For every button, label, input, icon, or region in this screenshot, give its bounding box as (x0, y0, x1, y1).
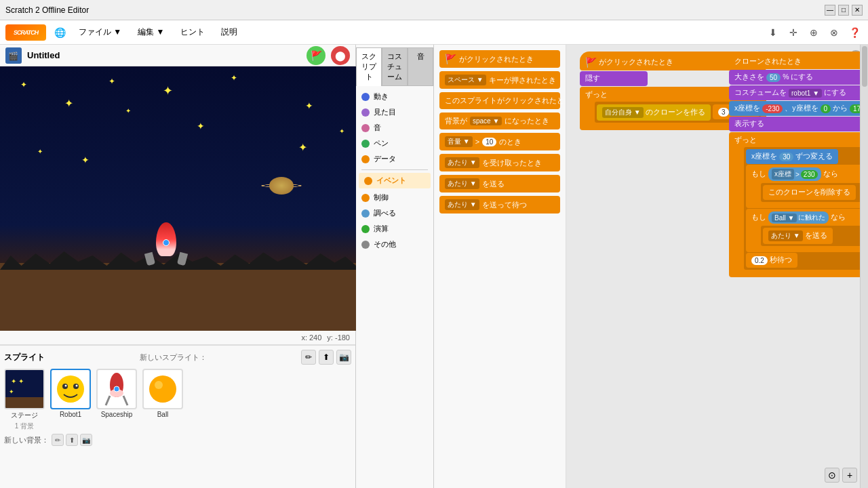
block-backdrop-changed[interactable]: 背景が space ▼ になったとき (439, 113, 560, 129)
block-set-size[interactable]: 大きさを 50 % にする (729, 70, 868, 85)
sprite-item-robot1[interactable]: Robot1 (50, 369, 91, 431)
upload-bg-tool[interactable]: ⬆ (66, 434, 78, 446)
category-sensing[interactable]: 調べる (356, 205, 433, 221)
category-looks-label: 見た目 (374, 107, 396, 117)
block-sprite-clicked[interactable]: このスプライトがクリックされたとき (439, 92, 560, 109)
zoom-reset-button[interactable]: ⊙ (825, 468, 840, 483)
script-area: x: 267 y: 196 i 🚩 がクリックされたとき 隠す (566, 45, 868, 488)
sprite-item-stage[interactable]: ✦ ✦ ✦ ステージ 1 背景 (4, 369, 45, 431)
category-looks[interactable]: 見た目 (356, 104, 433, 120)
category-motion-label: 動き (374, 92, 389, 102)
menu-hints[interactable]: ヒント (175, 24, 210, 41)
category-operators[interactable]: 演算 (356, 221, 433, 237)
stage-thumbnail: ✦ ✦ ✦ (4, 369, 45, 409)
stage-icon: 🎬 (5, 47, 22, 64)
sprite-item-ball[interactable]: Ball (142, 369, 183, 431)
script-scrollbar[interactable] (860, 45, 868, 488)
block-broadcast-wait[interactable]: あたり ▼ を送って待つ (439, 196, 560, 214)
block-green-flag[interactable]: 🚩 がクリックされたとき (439, 50, 560, 68)
pen-dot (361, 140, 370, 148)
block-forever-2-inner: x座標を 30 ずつ変える もし x座標 > (744, 147, 868, 270)
help-icon[interactable]: ❓ (846, 24, 863, 41)
script-group-2: クローンされたとき 大きさを 50 % にする コスチュームを robot1 ▼… (729, 52, 868, 277)
block-receive-msg[interactable]: あたり ▼ を受け取ったとき (439, 154, 560, 171)
tab-script[interactable]: スクリプト (356, 47, 382, 86)
motion-dot (361, 93, 370, 101)
star-6: ✦ (197, 121, 205, 131)
svg-point-6 (57, 375, 84, 403)
ship-leg-left (144, 252, 155, 266)
block-if-x[interactable]: もし x座標 > 230 なら (746, 165, 868, 208)
block-hide[interactable]: 隠す (580, 71, 648, 86)
block-broadcast[interactable]: あたり ▼ を送る (439, 175, 560, 192)
sprite-label-ball: Ball (157, 411, 169, 418)
svg-text:✦ ✦: ✦ ✦ (11, 378, 24, 385)
download-icon[interactable]: ⬇ (765, 24, 781, 41)
category-pen[interactable]: ペン (356, 136, 433, 151)
saturn-sprite (261, 171, 302, 199)
category-data[interactable]: データ (356, 151, 433, 167)
star-10: ✦ (37, 148, 43, 155)
control-dot (361, 194, 370, 202)
block-set-xy[interactable]: x座標を -230 、y座標を 0 から 170 までの乱数 にする (729, 101, 868, 116)
block-create-clone[interactable]: 自分自身 ▼ のクローンを作る (597, 104, 711, 121)
sprite-sublabel-stage: 1 背景 (15, 422, 34, 431)
rotate-icon[interactable]: ⊗ (826, 24, 842, 41)
upload-sprite-tool[interactable]: ⬆ (319, 350, 334, 365)
main-layout: 🎬 Untitled 🚩 ⬤ ✦ ✦ ✦ ✦ ✦ ✦ ✦ ✦ ✦ ✦ ✦ ✦ (0, 45, 868, 488)
menu-file[interactable]: ファイル ▼ (73, 24, 127, 41)
paint-sprite-tool[interactable]: ✏ (301, 350, 316, 365)
block-clone-hat[interactable]: クローンされたとき (729, 52, 868, 69)
menu-edit[interactable]: 編集 ▼ (132, 24, 170, 41)
events-dot (364, 177, 372, 185)
stage-canvas: ✦ ✦ ✦ ✦ ✦ ✦ ✦ ✦ ✦ ✦ ✦ ✦ (0, 66, 356, 331)
block-loudness[interactable]: 音量 ▼ > 10 のとき (439, 133, 560, 150)
move-icon[interactable]: ✛ (785, 24, 802, 41)
resize-icon[interactable]: ⊕ (806, 24, 822, 41)
block-wait-0-2[interactable]: 0.2 秒待つ (746, 253, 797, 268)
category-operators-label: 演算 (374, 224, 389, 234)
block-delete-clone[interactable]: このクローンを削除する (763, 185, 856, 200)
star-3: ✦ (108, 77, 115, 86)
maximize-button[interactable]: □ (838, 5, 849, 16)
category-events[interactable]: イベント (359, 173, 431, 188)
zoom-controls: ⊙ + (825, 468, 857, 483)
minimize-button[interactable]: — (825, 5, 835, 16)
block-change-x-30[interactable]: x座標を 30 ずつ変える (746, 149, 838, 164)
star-8: ✦ (305, 100, 313, 111)
block-if-ball-inner: あたり ▼ を送る (761, 226, 868, 246)
tab-sound[interactable]: 音 (408, 47, 433, 86)
category-motion[interactable]: 動き (356, 89, 433, 104)
camera-bg-tool[interactable]: 📷 (80, 434, 92, 446)
green-flag-button[interactable]: 🚩 (307, 46, 326, 65)
svg-point-10 (76, 385, 78, 387)
block-set-costume[interactable]: コスチュームを robot1 ▼ にする (729, 85, 868, 100)
block-if-ball[interactable]: もし Ball ▼ に触れた なら あたり ▼ (746, 209, 868, 252)
svg-line-15 (123, 396, 127, 405)
block-forever-2[interactable]: ずっと x座標を 30 ずつ変える もし (729, 132, 868, 277)
category-pen-label: ペン (374, 138, 389, 148)
category-sound[interactable]: 音 (356, 120, 433, 136)
block-broadcast-atari[interactable]: あたり ▼ を送る (763, 228, 833, 244)
tab-costume[interactable]: コスチューム (382, 47, 408, 86)
block-key-pressed[interactable]: スペース ▼ キーが押されたとき (439, 71, 560, 89)
titlebar-controls: — □ ✕ (825, 5, 863, 16)
svg-text:🎬: 🎬 (8, 51, 18, 61)
left-panel: 🎬 Untitled 🚩 ⬤ ✦ ✦ ✦ ✦ ✦ ✦ ✦ ✦ ✦ ✦ ✦ ✦ (0, 45, 356, 488)
globe-icon[interactable]: 🌐 (52, 24, 68, 41)
menu-about[interactable]: 説明 (216, 24, 243, 41)
category-more[interactable]: その他 (356, 237, 433, 252)
svg-point-13 (114, 386, 119, 392)
sprite-label-robot1: Robot1 (60, 411, 81, 418)
block-show[interactable]: 表示する (729, 117, 868, 131)
paint-bg-tool[interactable]: ✏ (52, 434, 64, 446)
category-control[interactable]: 制御 (356, 190, 433, 205)
svg-rect-5 (5, 397, 43, 408)
sprite-item-spaceship[interactable]: Spaceship (96, 369, 137, 431)
close-button[interactable]: ✕ (852, 5, 863, 16)
star-12: ✦ (298, 141, 307, 154)
zoom-in-button[interactable]: + (842, 468, 857, 483)
category-more-label: その他 (374, 239, 396, 249)
stop-button[interactable]: ⬤ (331, 46, 350, 65)
camera-sprite-tool[interactable]: 📷 (336, 350, 351, 365)
